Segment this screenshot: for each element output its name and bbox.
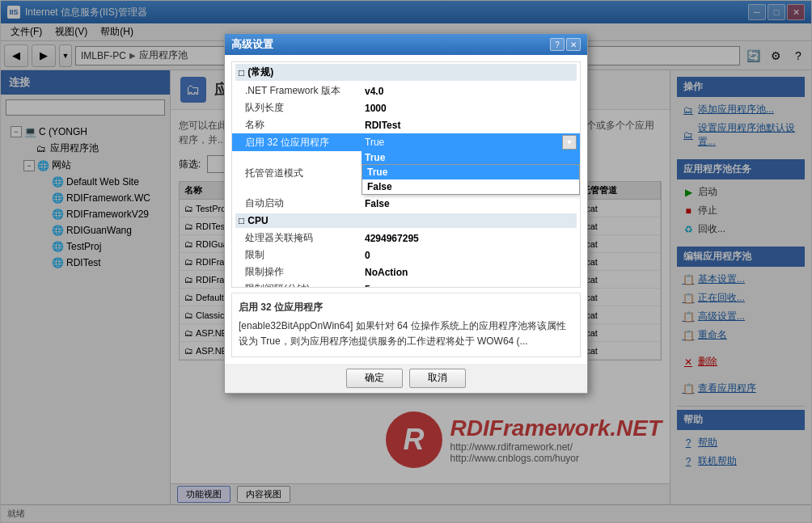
dialog-cancel-button[interactable]: 取消: [409, 369, 466, 388]
dialog-overlay: 高级设置 ? ✕ □ (常规): [1, 1, 811, 522]
prop-row-limit-action: 限制操作 NoAction: [232, 264, 580, 280]
section-general-label: (常规): [247, 65, 273, 79]
prop-row-affinity-mask: 处理器关联掩码 4294967295: [232, 230, 580, 247]
pipeline-option-false[interactable]: False: [362, 179, 579, 194]
dialog-confirm-button[interactable]: 确定: [346, 369, 403, 388]
dialog-scrollable[interactable]: □ (常规) .NET Framework 版本 v4.0 队列长度 1000: [231, 61, 581, 288]
prop-dotnet-version: .NET Framework 版本: [232, 82, 362, 99]
prop-row-limit: 限制 0: [232, 247, 580, 264]
prop-row-dotnet-version: .NET Framework 版本 v4.0: [232, 82, 580, 99]
dialog-info-title: 启用 32 位应用程序: [239, 300, 573, 315]
dialog-footer: 确定 取消: [225, 364, 587, 393]
val-queue-length: 1000: [362, 99, 580, 116]
prop-row-enable32bit[interactable]: 启用 32 位应用程序 True ▼: [232, 133, 580, 151]
val-autostart: False: [362, 195, 580, 212]
prop-limit-action: 限制操作: [232, 264, 362, 280]
val-limit-action: NoAction: [362, 264, 580, 280]
section-cpu-label: CPU: [247, 215, 268, 226]
prop-affinity-mask: 处理器关联掩码: [232, 230, 362, 247]
pipeline-option-true[interactable]: True: [362, 165, 579, 179]
prop-limit: 限制: [232, 247, 362, 264]
prop-row-name: 名称 RDITest: [232, 116, 580, 133]
section-cpu-expand: □: [239, 215, 244, 226]
dialog-body: □ (常规) .NET Framework 版本 v4.0 队列长度 1000: [225, 55, 587, 364]
dialog-title-text: 高级设置: [231, 37, 273, 52]
val-name: RDITest: [362, 116, 580, 133]
val-limit: 0: [362, 247, 580, 264]
dialog-title-buttons: ? ✕: [550, 38, 581, 51]
val-limit-interval: 5: [362, 280, 580, 288]
dialog-info-content: [enable32BitAppOnWin64] 如果针对 64 位操作系统上的应…: [239, 318, 573, 349]
dialog-title-bar: 高级设置 ? ✕: [225, 34, 587, 55]
pipeline-dropdown-list: True False: [362, 164, 580, 195]
section-cpu[interactable]: □ CPU: [235, 213, 577, 228]
val-affinity-mask: 4294967295: [362, 230, 580, 247]
section-general[interactable]: □ (常规): [235, 64, 577, 81]
enable32bit-dropdown-btn[interactable]: ▼: [562, 135, 577, 150]
section-header-cpu[interactable]: □ CPU: [232, 212, 580, 230]
enable32bit-value: True: [365, 137, 384, 148]
prop-row-limit-interval: 限制间隔(分钟) 5: [232, 280, 580, 288]
pipeline-selected-value: True: [365, 152, 385, 163]
prop-row-queue-length: 队列长度 1000: [232, 99, 580, 116]
dialog-info-box: 启用 32 位应用程序 [enable32BitAppOnWin64] 如果针对…: [231, 293, 581, 357]
prop-limit-interval: 限制间隔(分钟): [232, 280, 362, 288]
dialog-table: □ (常规) .NET Framework 版本 v4.0 队列长度 1000: [232, 62, 580, 288]
dialog-close-button[interactable]: ✕: [566, 38, 581, 51]
val-pipeline: True True False: [362, 151, 580, 195]
prop-pipeline: 托管管道模式: [232, 151, 362, 195]
prop-name: 名称: [232, 116, 362, 133]
advanced-settings-dialog: 高级设置 ? ✕ □ (常规): [224, 33, 588, 394]
prop-autostart: 自动启动: [232, 195, 362, 212]
val-enable32bit: True ▼: [362, 133, 580, 151]
prop-row-autostart: 自动启动 False: [232, 195, 580, 212]
section-general-expand: □: [239, 67, 244, 78]
dialog-help-button[interactable]: ?: [550, 38, 565, 51]
prop-row-pipeline[interactable]: 托管管道模式 True True False: [232, 151, 580, 195]
section-header-general[interactable]: □ (常规): [232, 62, 580, 82]
val-dotnet-version: v4.0: [362, 82, 580, 99]
prop-queue-length: 队列长度: [232, 99, 362, 116]
prop-enable32bit: 启用 32 位应用程序: [232, 133, 362, 151]
main-window: IIS Internet 信息服务(IIS)管理器 ─ □ ✕ 文件(F) 视图…: [0, 0, 812, 523]
